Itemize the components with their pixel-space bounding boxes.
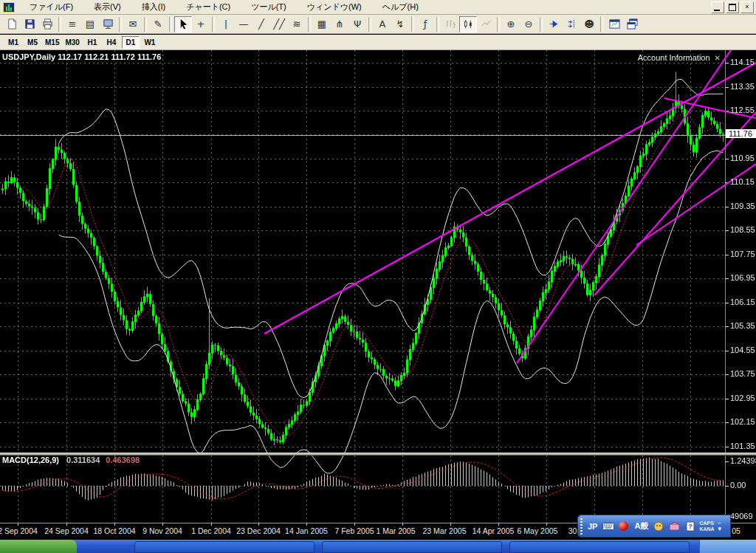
start-button[interactable]: [0, 540, 77, 553]
line-chart-button[interactable]: [477, 16, 495, 32]
text-button[interactable]: A: [374, 16, 391, 32]
account-information-label: Account Information: [638, 53, 710, 62]
menu-window[interactable]: ウィンドウ(W): [297, 0, 372, 14]
cursor-button[interactable]: [174, 16, 192, 32]
current-price-label: 111.76: [726, 129, 756, 138]
cursor-icon: [177, 18, 189, 30]
macd-axis-label: 49069: [730, 512, 753, 521]
price-axis-label: 110.95: [730, 154, 755, 162]
close-button[interactable]: ×: [740, 1, 754, 13]
ime-language-label[interactable]: JP: [588, 522, 597, 531]
date-label: 24 Sep 2004: [44, 526, 89, 535]
new-file-button[interactable]: [3, 16, 21, 32]
auto-scroll-icon: [548, 18, 560, 30]
cycle-lines-button[interactable]: Ψ: [348, 16, 366, 32]
timeframe-h4[interactable]: H4: [103, 36, 120, 49]
expert-advisor-button[interactable]: ☻: [580, 16, 598, 32]
ime-brush-icon[interactable]: [668, 521, 681, 532]
taskbar-window-button[interactable]: [134, 541, 315, 553]
price-axis-label: 112.55: [730, 106, 755, 114]
new-order-button[interactable]: ✉: [124, 16, 142, 32]
account-info-close-icon[interactable]: ✕: [715, 54, 721, 62]
timeframe-m1[interactable]: M1: [4, 36, 22, 49]
ime-drag-handle[interactable]: [580, 518, 583, 535]
timeframe-w1[interactable]: W1: [141, 36, 159, 49]
date-axis-tick: [306, 523, 307, 526]
toolbar: ≡▤✉✎+|—╱╱╱≋▦⋔ΨA↯ƒ⊕⊖☻: [0, 15, 756, 34]
metaeditor-button[interactable]: ✎: [149, 16, 167, 32]
timeframe-m30[interactable]: M30: [63, 36, 81, 49]
indicators-button[interactable]: ƒ: [416, 16, 434, 32]
toolbar-separator: [119, 17, 122, 32]
grid-button[interactable]: ▦: [313, 16, 331, 32]
navigator-button[interactable]: [99, 16, 117, 32]
taskbar-window-button[interactable]: [322, 541, 502, 553]
toolbar-separator: [600, 17, 603, 32]
price-axis-label: 102.95: [730, 394, 755, 402]
timeframe-m5[interactable]: M5: [24, 36, 41, 49]
chart-shift-button[interactable]: [563, 16, 580, 32]
menu-view[interactable]: 表示(V): [83, 0, 131, 14]
caps-indicator[interactable]: CAPS: [699, 521, 714, 526]
channel-button[interactable]: ╱╱: [270, 16, 288, 32]
date-axis-tick: [211, 523, 212, 526]
ime-input-mode[interactable]: A般: [634, 521, 648, 532]
ime-pad-icon[interactable]: [617, 521, 630, 532]
date-label: 6 May 2005: [518, 526, 558, 535]
pitchfork-button[interactable]: ⋔: [331, 16, 348, 32]
kana-indicator[interactable]: KANA: [699, 526, 714, 532]
zoom-in-button[interactable]: ⊕: [502, 16, 520, 32]
fibonacci-icon: ≋: [291, 18, 303, 30]
date-label: 1 Dec 2004: [191, 526, 231, 535]
market-watch-button[interactable]: ≡: [63, 16, 81, 32]
minimize-button[interactable]: [711, 1, 724, 13]
macd-axis-label: 0.00: [730, 481, 746, 490]
ime-help-icon[interactable]: ?: [684, 521, 696, 532]
toolbar-separator: [58, 17, 61, 32]
windows-taskbar: [0, 540, 756, 553]
auto-scroll-button[interactable]: [545, 16, 563, 32]
horizontal-line-button[interactable]: —: [235, 16, 252, 32]
menu-bar: ファイル(F)表示(V)挿入(I)チャート(C)ツール(T)ウィンドウ(W)ヘル…: [0, 0, 756, 15]
timeframe-d1[interactable]: D1: [122, 36, 140, 49]
price-axis-label: 105.35: [730, 321, 755, 330]
bar-chart-button[interactable]: [441, 16, 459, 32]
data-window-button[interactable]: ▤: [81, 16, 99, 32]
fibonacci-button[interactable]: ≋: [288, 16, 306, 32]
price-axis-label: 101.35: [730, 442, 755, 450]
timeframe-h1[interactable]: H1: [83, 36, 101, 49]
price-axis-label: 109.35: [730, 202, 755, 210]
candlestick-button[interactable]: [459, 16, 477, 32]
ime-options-icon[interactable]: ▼: [716, 526, 724, 532]
keyboard-icon[interactable]: [602, 521, 614, 532]
restore-button[interactable]: [726, 1, 739, 13]
price-axis-label: 110.15: [730, 177, 755, 186]
menu-file[interactable]: ファイル(F): [19, 0, 83, 14]
print-button[interactable]: [38, 16, 56, 32]
date-label: 23 Dec 2004: [236, 526, 281, 535]
date-label: 14 Apr 2005: [472, 526, 515, 535]
cascade-window-button[interactable]: [623, 16, 641, 32]
market-watch-icon: ≡: [66, 18, 78, 30]
save-button[interactable]: [21, 16, 38, 32]
menu-help[interactable]: ヘルプ(H): [372, 0, 429, 14]
ime-tools-icon[interactable]: [653, 521, 665, 532]
account-information-tag[interactable]: Account Information✕: [638, 53, 721, 62]
menu-chart[interactable]: チャート(C): [176, 0, 241, 14]
date-axis-tick: [258, 523, 259, 526]
line-chart-icon: [480, 18, 492, 30]
arrows-button[interactable]: ↯: [391, 16, 409, 32]
timeframe-m15[interactable]: M15: [43, 36, 61, 49]
price-chart-canvas[interactable]: [0, 50, 756, 523]
taskbar-window-button[interactable]: [509, 541, 690, 553]
tile-window-button[interactable]: [605, 16, 623, 32]
trendline-button[interactable]: ╱: [252, 16, 270, 32]
chart-title: USDJPY,Daily 112.17 112.21 111.72 111.76: [2, 52, 161, 61]
crosshair-button[interactable]: +: [192, 16, 210, 32]
zoom-out-button[interactable]: ⊖: [520, 16, 537, 32]
date-axis-tick: [450, 523, 451, 526]
vertical-line-button[interactable]: |: [217, 16, 235, 32]
menu-tools[interactable]: ツール(T): [241, 0, 297, 14]
menu-insert[interactable]: 挿入(I): [131, 0, 176, 14]
text-icon: A: [377, 18, 388, 30]
